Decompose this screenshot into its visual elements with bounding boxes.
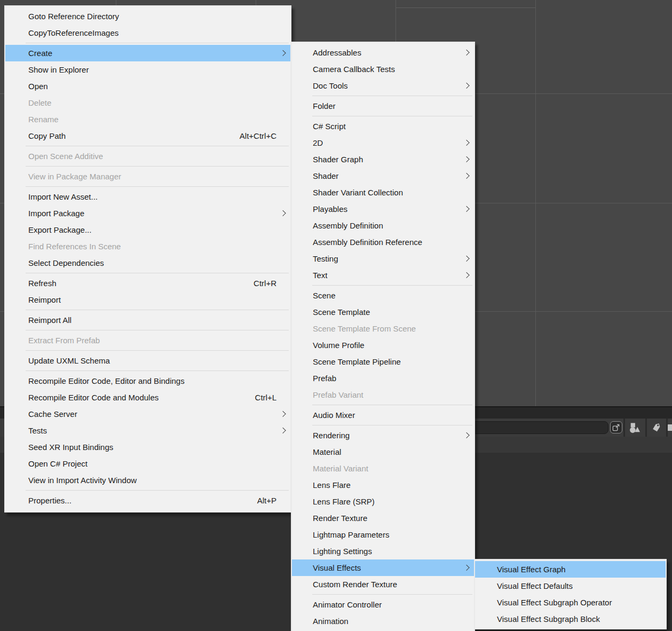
menu-item-label: Volume Profile	[313, 341, 365, 350]
menu-item-lightmap-parameters[interactable]: Lightmap Parameters	[292, 526, 474, 543]
filter-by-label-button[interactable]	[645, 419, 666, 437]
menu-item-show-in-explorer[interactable]: Show in Explorer	[5, 61, 290, 78]
submenu-arrow-icon	[463, 172, 469, 178]
menu-item-import-package[interactable]: Import Package	[5, 205, 290, 222]
menu-item-seed-xr-input-bindings[interactable]: Seed XR Input Bindings	[5, 439, 290, 455]
menu-item-properties[interactable]: Properties...Alt+P	[5, 492, 290, 509]
menu-item-doc-tools[interactable]: Doc Tools	[292, 77, 474, 94]
menu-item-render-texture[interactable]: Render Texture	[292, 510, 474, 526]
menu-item-playables[interactable]: Playables	[292, 201, 474, 217]
menu-separator	[312, 594, 472, 595]
menu-item-label: Shader Variant Collection	[313, 188, 403, 197]
menu-item-assembly-definition[interactable]: Assembly Definition	[292, 217, 474, 234]
menu-item-volume-profile[interactable]: Volume Profile	[292, 337, 474, 353]
menu-item-visual-effect-subgraph-operator[interactable]: Visual Effect Subgraph Operator	[475, 594, 666, 611]
menu-item-open[interactable]: Open	[5, 78, 290, 94]
menu-item-animator-controller[interactable]: Animator Controller	[292, 596, 474, 613]
menu-item-label: Delete	[28, 98, 51, 107]
menu-item-lighting-settings[interactable]: Lighting Settings	[292, 543, 474, 559]
menu-item-label: Open Scene Additive	[28, 152, 103, 161]
menu-item-camera-callback-tests[interactable]: Camera Callback Tests	[292, 61, 474, 77]
menu-item-label: Material Variant	[313, 464, 368, 473]
menu-item-label: Import New Asset...	[28, 192, 98, 201]
menu-item-label: Recompile Editor Code, Editor and Bindin…	[28, 376, 185, 385]
menu-item-update-uxml-schema[interactable]: Update UXML Schema	[5, 352, 290, 369]
menu-item-prefab[interactable]: Prefab	[292, 370, 474, 387]
menu-item-addressables[interactable]: Addressables	[292, 44, 474, 61]
submenu-arrow-icon	[463, 564, 469, 570]
menu-item-copytoreferenceimages[interactable]: CopyToReferenceImages	[5, 25, 290, 41]
menu-item-scene[interactable]: Scene	[292, 287, 474, 304]
menu-item-label: 2D	[313, 138, 323, 147]
menu-item-recompile-editor-code-and-modules[interactable]: Recompile Editor Code and ModulesCtrl+L	[5, 389, 290, 406]
menu-separator	[312, 285, 472, 286]
filter-by-type-button[interactable]	[623, 419, 644, 437]
submenu-arrow-icon	[280, 411, 286, 416]
menu-item-text[interactable]: Text	[292, 267, 474, 283]
menu-item-folder[interactable]: Folder	[292, 98, 474, 114]
menu-separator	[312, 405, 472, 405]
menu-item-shortcut: Ctrl+L	[239, 393, 276, 402]
menu-item-tests[interactable]: Tests	[5, 422, 290, 439]
menu-item-label: Testing	[313, 254, 338, 263]
menu-item-rendering[interactable]: Rendering	[292, 427, 474, 444]
menu-item-visual-effects[interactable]: Visual Effects	[292, 559, 474, 576]
partial-toolbar-button[interactable]	[666, 419, 672, 437]
menu-separator	[26, 370, 289, 371]
menu-item-testing[interactable]: Testing	[292, 250, 474, 267]
menu-item-cache-server[interactable]: Cache Server	[5, 406, 290, 422]
menu-item-visual-effect-graph[interactable]: Visual Effect Graph	[475, 561, 666, 578]
menu-item-label: Folder	[313, 101, 336, 111]
submenu-arrow-icon	[463, 255, 469, 261]
menu-item-label: Camera Callback Tests	[313, 65, 395, 74]
menu-item-label: Update UXML Schema	[28, 356, 110, 365]
menu-item-reimport[interactable]: Reimport	[5, 291, 290, 308]
menu-item-copy-path[interactable]: Copy PathAlt+Ctrl+C	[5, 128, 290, 144]
menu-item-c-script[interactable]: C# Script	[292, 118, 474, 135]
menu-item-scene-template[interactable]: Scene Template	[292, 304, 474, 320]
menu-item-recompile-editor-code-editor-and-bindings[interactable]: Recompile Editor Code, Editor and Bindin…	[5, 373, 290, 389]
menu-item-shader-graph[interactable]: Shader Graph	[292, 151, 474, 168]
menu-item-label: Assembly Definition	[313, 221, 383, 230]
menu-separator	[26, 350, 289, 351]
menu-item-label: Recompile Editor Code and Modules	[28, 393, 159, 402]
menu-item-visual-effect-subgraph-block[interactable]: Visual Effect Subgraph Block	[475, 611, 666, 627]
menu-item-label: Properties...	[28, 496, 72, 505]
menu-item-view-in-package-manager: View in Package Manager	[5, 168, 290, 185]
menu-item-lens-flare[interactable]: Lens Flare	[292, 477, 474, 493]
menu-item-label: Lens Flare	[313, 480, 351, 490]
menu-item-audio-mixer[interactable]: Audio Mixer	[292, 407, 474, 423]
menu-item-custom-render-texture[interactable]: Custom Render Texture	[292, 576, 474, 593]
menu-item-import-new-asset[interactable]: Import New Asset...	[5, 188, 290, 205]
grid-line	[396, 7, 535, 8]
submenu-arrow-icon	[463, 82, 469, 88]
menu-item-export-package[interactable]: Export Package...	[5, 222, 290, 238]
filter-by-type-icon	[629, 422, 641, 433]
menu-item-refresh[interactable]: RefreshCtrl+R	[5, 275, 290, 291]
menu-item-create[interactable]: Create	[5, 45, 290, 61]
menu-item-lens-flare-srp[interactable]: Lens Flare (SRP)	[292, 493, 474, 510]
menu-item-goto-reference-directory[interactable]: Goto Reference Directory	[5, 8, 290, 25]
menu-item-material[interactable]: Material	[292, 444, 474, 460]
menu-item-2d[interactable]: 2D	[292, 135, 474, 151]
menu-item-shader[interactable]: Shader	[292, 168, 474, 184]
menu-separator	[26, 146, 289, 146]
menu-item-open-c-project[interactable]: Open C# Project	[5, 455, 290, 472]
menu-item-label: Render Texture	[313, 514, 367, 523]
menu-item-animation[interactable]: Animation	[292, 613, 474, 629]
menu-item-label: Reimport	[28, 295, 61, 304]
menu-item-label: Import Package	[28, 209, 84, 218]
submenu-arrow-icon	[280, 210, 286, 216]
menu-item-reimport-all[interactable]: Reimport All	[5, 312, 290, 328]
menu-item-label: Visual Effects	[313, 563, 361, 572]
open-search-in-new-window-button[interactable]	[610, 421, 622, 433]
menu-item-label: Goto Reference Directory	[28, 12, 119, 21]
menu-item-select-dependencies[interactable]: Select Dependencies	[5, 255, 290, 271]
submenu-arrow-icon	[463, 49, 469, 55]
menu-item-view-in-import-activity-window[interactable]: View in Import Activity Window	[5, 472, 290, 488]
menu-item-assembly-definition-reference[interactable]: Assembly Definition Reference	[292, 234, 474, 250]
menu-item-visual-effect-defaults[interactable]: Visual Effect Defaults	[475, 578, 666, 594]
menu-item-shader-variant-collection[interactable]: Shader Variant Collection	[292, 184, 474, 201]
menu-item-scene-template-pipeline[interactable]: Scene Template Pipeline	[292, 353, 474, 370]
menu-separator	[26, 186, 289, 187]
